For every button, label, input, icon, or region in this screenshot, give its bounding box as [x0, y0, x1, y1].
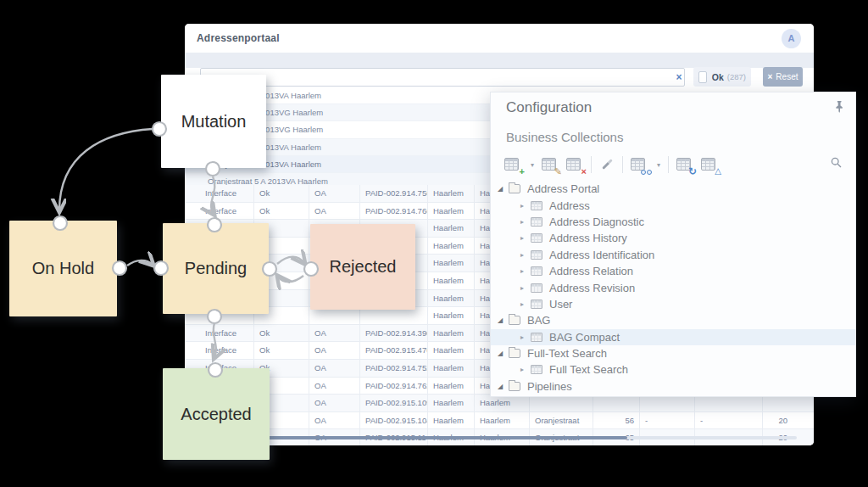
find-collection-button[interactable]	[631, 157, 648, 172]
tree-item[interactable]: ▸ Full Text Search	[491, 361, 855, 378]
app-title: Adressenportaal	[197, 32, 280, 44]
add-collection-button[interactable]: +	[504, 157, 521, 172]
expander-icon[interactable]: ◢	[495, 185, 505, 193]
expander-icon[interactable]: ▸	[517, 267, 527, 275]
cell-ok: Ok	[254, 325, 309, 342]
connector-mutation-onhold	[59, 129, 153, 210]
pencil-icon: ✎	[554, 167, 562, 176]
node-label: Pending	[185, 259, 247, 278]
tree-item-label: Full-Text Search	[527, 347, 607, 360]
cell-paid-id: PAID-002.914.766	[360, 203, 428, 220]
table-icon	[504, 158, 519, 171]
expander-icon[interactable]: ▸	[517, 251, 527, 259]
expander-icon[interactable]: ▸	[517, 333, 527, 341]
tree-item-label: Address	[549, 199, 590, 212]
expander-icon[interactable]: ◢	[495, 350, 505, 357]
clear-search-icon[interactable]: ×	[673, 71, 685, 83]
flow-node-rejected[interactable]: Rejected	[310, 224, 415, 310]
tree-item-label: Address Identification	[549, 249, 654, 261]
reset-button[interactable]: × Reset	[763, 67, 803, 87]
cell-city: Haarlem	[428, 307, 475, 324]
ok-filter-chip[interactable]: Ok (287)	[693, 67, 751, 87]
flow-node-mutation[interactable]: Mutation	[161, 75, 266, 168]
tree-item-label: Full Text Search	[549, 363, 628, 376]
cell-status: Interface	[200, 203, 254, 220]
reset-label: Reset	[776, 72, 798, 81]
tree-node-icon	[531, 233, 542, 243]
compare-collection-button[interactable]: △	[701, 157, 718, 172]
tree-item[interactable]: ◢ Pipelines	[491, 378, 855, 395]
tree-item-label: Address Relation	[549, 265, 633, 277]
delete-collection-button[interactable]: ×	[566, 157, 583, 172]
expander-icon[interactable]: ◢	[495, 316, 505, 324]
cell-ok: Ok	[254, 185, 309, 202]
cell-city: Haarlem	[428, 238, 475, 255]
tree-item[interactable]: ◢ Full-Text Search	[491, 345, 855, 361]
cell-ok: Ok	[254, 342, 309, 359]
flow-node-pending[interactable]: Pending	[163, 223, 269, 314]
ok-checkbox[interactable]	[698, 71, 707, 83]
format-brush-button[interactable]	[599, 157, 615, 172]
avatar[interactable]: A	[782, 29, 801, 48]
refresh-collection-button[interactable]: ↻	[676, 157, 693, 172]
pin-icon[interactable]	[834, 101, 844, 113]
ok-label: Ok	[712, 72, 724, 82]
add-collection-dropdown-icon[interactable]: ▾	[531, 161, 534, 169]
cell-extra2: -	[695, 412, 763, 429]
connector-onhold-pending	[127, 260, 153, 266]
tree-item[interactable]: ▸ BAG Compact	[491, 329, 855, 345]
tree-item[interactable]: ▸ Address History	[491, 230, 855, 246]
cell-city: Haarlem	[428, 185, 475, 202]
expander-icon[interactable]: ▸	[517, 366, 527, 373]
tree-node-icon	[509, 382, 520, 391]
tree-item[interactable]: ◢ BAG	[491, 312, 855, 328]
table-row[interactable]: OA PAID-002.915.109 Haarlem Haarlem	[185, 395, 814, 412]
expander-icon[interactable]: ▸	[517, 202, 527, 210]
cell-city: Haarlem	[428, 220, 475, 237]
node-label: On Hold	[32, 259, 94, 278]
collections-tree: ◢ Address Portal ▸ Address ▸ Address Dia…	[491, 181, 855, 397]
delete-x-icon: ×	[581, 167, 587, 176]
search-icon[interactable]	[831, 157, 842, 168]
tree-item[interactable]: ▸ Address Relation	[491, 263, 855, 279]
tree-item[interactable]: ▸ Address Diagnostic	[491, 214, 855, 230]
tree-item-label: Address Diagnostic	[549, 216, 644, 228]
expander-icon[interactable]: ▸	[517, 300, 527, 308]
horizontal-scrollbar[interactable]	[200, 436, 797, 439]
tree-item[interactable]: ▸ User	[491, 296, 855, 312]
expander-icon[interactable]: ▸	[517, 234, 527, 242]
expander-icon[interactable]: ◢	[495, 383, 505, 390]
brush-icon	[602, 159, 613, 170]
flow-node-on-hold[interactable]: On Hold	[9, 221, 117, 316]
tree-item-label: BAG Compact	[549, 331, 620, 344]
cell-city: Haarlem	[428, 342, 475, 359]
cell-city: Haarlem	[428, 325, 475, 342]
cell-city: Haarlem	[428, 290, 475, 307]
search-input[interactable]	[200, 68, 685, 87]
expander-icon[interactable]: ▸	[517, 218, 527, 226]
tree-item-label: Address Without Verbl Code	[549, 396, 687, 397]
cell-paid-id: PAID-002.915.104	[360, 412, 428, 429]
table-icon	[631, 158, 645, 171]
tree-item[interactable]: ▸ Address	[491, 197, 855, 213]
table-icon	[701, 158, 715, 171]
tree-item[interactable]: ◢ Address Portal	[491, 181, 855, 197]
table-row[interactable]: OA PAID-002.915.104 Haarlem Haarlem Oran…	[185, 412, 814, 430]
edit-collection-button[interactable]: ✎	[542, 157, 559, 172]
tree-item[interactable]: ▸ Address Revision	[491, 279, 855, 295]
cell-source: OA	[309, 203, 360, 220]
tree-item[interactable]: ▸ Address Without Verbl Code	[491, 395, 855, 397]
cell-paid-id: PAID-002.915.476	[360, 342, 428, 359]
cell-paid-id: PAID-002.914.390	[360, 325, 428, 342]
cell-status: Interface	[200, 342, 254, 359]
flow-node-accepted[interactable]: Accepted	[163, 368, 270, 460]
node-label: Rejected	[330, 257, 397, 277]
expander-icon[interactable]: ▸	[517, 284, 527, 292]
tree-item[interactable]: ▸ Address Identification	[491, 247, 855, 263]
find-collection-dropdown-icon[interactable]: ▾	[657, 161, 660, 169]
tree-item-label: User	[549, 298, 572, 311]
tree-node-icon	[509, 349, 520, 358]
cell-city: Haarlem	[428, 378, 475, 395]
cell-paid-id: PAID-002.915.109	[360, 395, 428, 411]
cell-city: Haarlem	[428, 360, 475, 377]
